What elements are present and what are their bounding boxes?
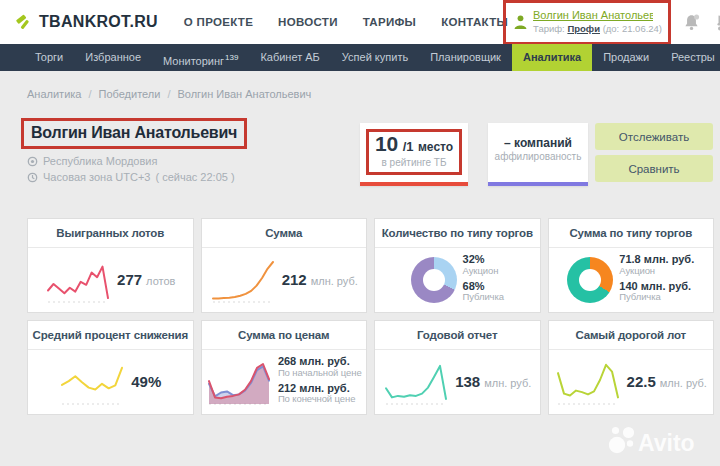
nav-item-badge: 139 (225, 53, 238, 62)
gavel-icon (14, 12, 34, 32)
location-icon (27, 156, 38, 167)
stat-card-title: Сумма (202, 219, 367, 248)
stat-card-sum: Сумма212млн. руб. (201, 218, 368, 313)
menu-item-tariffs[interactable]: ТАРИФЫ (363, 16, 416, 28)
top-header: TBANKROT.RU О ПРОЕКТЕНОВОСТИТАРИФЫКОНТАК… (0, 0, 720, 44)
stat-card-body: 138млн. руб. (375, 350, 540, 413)
donut-hole (579, 269, 601, 291)
donut-chart (411, 257, 457, 303)
line-chart (45, 256, 111, 304)
stat-value-wrap: 49% (131, 373, 161, 391)
avito-text: Avito (638, 430, 695, 456)
stat-value-wrap: 138млн. руб. (455, 373, 531, 391)
stat-card-annual-report: Годовой отчет138млн. руб. (374, 320, 541, 415)
header-icons (682, 12, 720, 33)
stat-card-body: 71.8 млн. руб.Аукцион140 млн. руб.Публич… (549, 248, 714, 311)
stat-value: 138 (455, 373, 480, 390)
stat-card-body: 32%Аукцион68%Публичка (375, 248, 540, 311)
breadcrumb: Аналитика/Победители/Волгин Иван Анатоль… (27, 88, 311, 100)
compare-button[interactable]: Сравнить (595, 155, 713, 182)
area-chart (206, 358, 272, 406)
tbankrot-analytics-page: TBANKROT.RU О ПРОЕКТЕНОВОСТИТАРИФЫКОНТАК… (0, 0, 720, 466)
stat-value: 277 (117, 271, 142, 288)
affiliation-value: – (504, 136, 511, 150)
breadcrumb-item[interactable]: Аналитика (27, 88, 81, 100)
line-chart (210, 256, 276, 304)
user-block: Волгин Иван Анатольев Тариф: Профи (до: … (508, 9, 668, 35)
user-name-link[interactable]: Волгин Иван Анатольев (533, 9, 653, 23)
user-icon (514, 15, 527, 29)
stat-value-wrap: 212млн. руб. (282, 271, 358, 289)
notifications-bell-icon[interactable] (682, 13, 701, 32)
top-menu: О ПРОЕКТЕНОВОСТИТАРИФЫКОНТАКТЫ (184, 16, 508, 28)
stat-values: 71.8 млн. руб.Аукцион140 млн. руб.Публич… (619, 253, 694, 306)
breadcrumb-item[interactable]: Победители (99, 88, 161, 100)
nav-item-prodazhi[interactable]: Продажи (592, 44, 660, 71)
rating-card: 10 /1 место в рейтинге ТБ (360, 123, 468, 186)
logo-text: TBANKROT.RU (39, 13, 158, 31)
stat-value: 22.5 (627, 373, 656, 390)
nav-item-planirovschik[interactable]: Планировщик (419, 44, 512, 71)
stat-card-avg-decrease: Средний процент снижения49% (27, 320, 194, 415)
clock-icon (27, 172, 38, 183)
affiliation-line: – компаний (488, 136, 588, 150)
time-now: ( сейчас 22:05 ) (155, 171, 234, 183)
rating-line: 10 /1 место (360, 132, 468, 156)
avito-logo-icon: Avito (608, 424, 708, 456)
stat-card-most-expensive-lot: Самый дорогой лот22.5млн. руб. (548, 320, 715, 415)
nav-item-reestry[interactable]: Реестры (660, 44, 720, 71)
profile-name: Волгин Иван Анатольевич (31, 124, 237, 142)
logo[interactable]: TBANKROT.RU (14, 12, 158, 32)
timezone-line: Часовая зона UTC+3 ( сейчас 22:05 ) (27, 171, 235, 183)
region-label: Республика Мордовия (43, 155, 157, 167)
stat-card-sum-by-type: Сумма по типу торгов71.8 млн. руб.Аукцио… (548, 218, 715, 313)
stat-card-title: Самый дорогой лот (549, 321, 714, 350)
affiliation-card: – компаний аффилированость (488, 123, 588, 186)
stat-value: 212 (282, 271, 307, 288)
stat-card-title: Выигранных лотов (28, 219, 193, 248)
main-nav: ТоргиИзбранноеМониторинг139Кабинет АБУсп… (0, 44, 720, 71)
nav-item-monitoring[interactable]: Мониторинг139 (152, 44, 249, 71)
line-chart (555, 358, 621, 406)
line-chart (59, 358, 125, 406)
stat-unit: млн. руб. (660, 377, 707, 389)
tariff-line: Тариф: Профи (до: 21.06.24) (533, 23, 662, 35)
stat-unit: млн. руб. (311, 275, 358, 287)
stat-label: По конечной цене (278, 394, 362, 405)
user-texts: Волгин Иван Анатольев Тариф: Профи (до: … (533, 9, 662, 35)
stat-values: 268 млн. руб.По начальной цене212 млн. р… (278, 355, 362, 408)
nav-item-analitika[interactable]: Аналитика (512, 44, 592, 71)
rating-divider: /1 (403, 139, 414, 154)
rating-caption: в рейтинге ТБ (360, 157, 468, 168)
stat-card-body: 22.5млн. руб. (549, 350, 714, 413)
nav-item-uspey-kupit[interactable]: Успей купить (331, 44, 419, 71)
menu-item-about[interactable]: О ПРОЕКТЕ (184, 16, 253, 28)
donut-hole (423, 269, 445, 291)
breadcrumb-item: Волгин Иван Анатольевич (177, 88, 311, 100)
stat-card-body: 49% (28, 350, 193, 413)
track-button[interactable]: Отслеживать (595, 123, 713, 150)
stat-card-body: 268 млн. руб.По начальной цене212 млн. р… (202, 350, 367, 413)
affiliation-label: компаний (514, 136, 572, 150)
nav-item-torgi[interactable]: Торги (24, 44, 74, 71)
stat-label: Аукцион (619, 266, 694, 277)
stat-value-wrap: 277лотов (117, 271, 175, 289)
nav-item-izbrannoe[interactable]: Избранное (74, 44, 152, 71)
menu-item-news[interactable]: НОВОСТИ (278, 16, 338, 28)
stat-value-wrap: 22.5млн. руб. (627, 373, 707, 391)
stat-card-won-lots: Выигранных лотов277лотов (27, 218, 194, 313)
stat-label: Аукцион (463, 266, 504, 277)
stat-values: 32%Аукцион68%Публичка (463, 253, 504, 306)
stat-value: 32% (463, 253, 504, 266)
rating-value: 10 (375, 132, 398, 155)
menu-item-contacts[interactable]: КОНТАКТЫ (441, 16, 508, 28)
stat-value: 268 млн. руб. (278, 355, 362, 368)
stroller-cart-icon[interactable] (714, 13, 720, 32)
affiliation-caption: аффилированость (488, 151, 588, 162)
tariff-name-link[interactable]: Профи (567, 23, 600, 34)
annotation-highlight-name: Волгин Иван Анатольевич (21, 118, 247, 149)
breadcrumb-separator: / (88, 88, 91, 100)
nav-item-kabinet-ab[interactable]: Кабинет АБ (249, 44, 330, 71)
stat-card-body: 277лотов (28, 248, 193, 311)
stat-unit: лотов (146, 275, 175, 287)
